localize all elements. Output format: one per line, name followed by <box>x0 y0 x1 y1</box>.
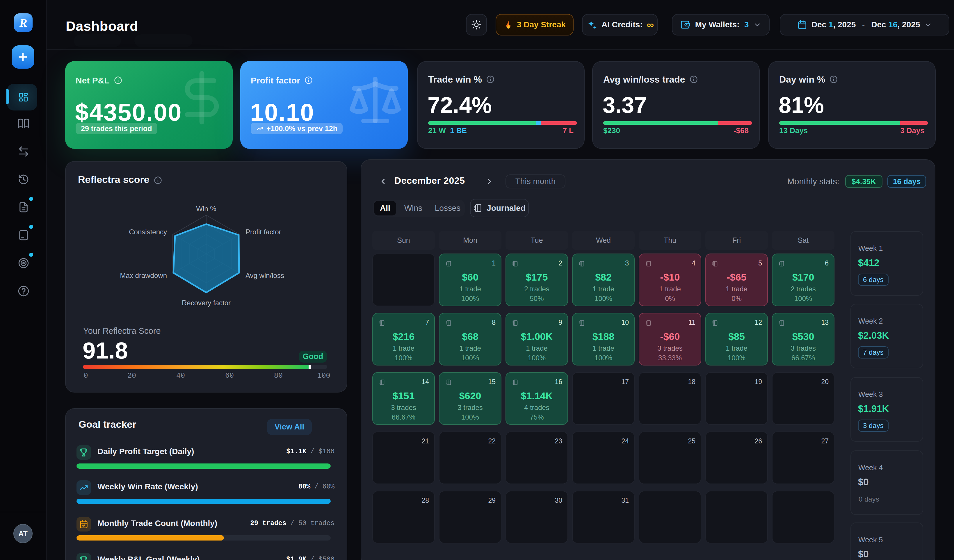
svg-text:Avg win/loss: Avg win/loss <box>245 272 284 279</box>
svg-text:Consistency: Consistency <box>129 228 167 236</box>
svg-text:Win %: Win % <box>196 205 216 213</box>
svg-text:Recovery factor: Recovery factor <box>182 299 231 307</box>
svg-text:Max drawdown: Max drawdown <box>120 272 167 279</box>
svg-text:Profit factor: Profit factor <box>245 228 281 236</box>
